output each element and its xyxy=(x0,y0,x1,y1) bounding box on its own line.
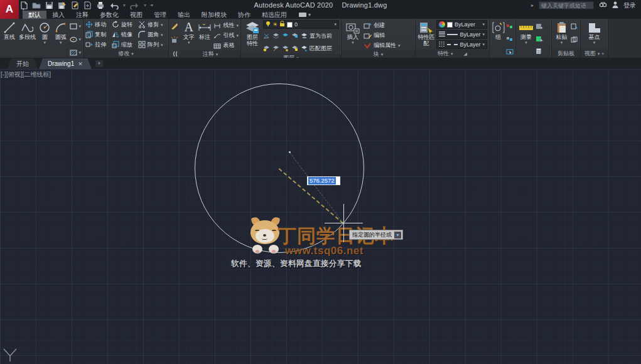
search-input[interactable] xyxy=(539,1,594,9)
trim-dropdown-icon: ▾ xyxy=(161,23,163,28)
scale-button[interactable]: 缩放 xyxy=(112,40,136,50)
properties-launcher-icon[interactable]: ◢ xyxy=(464,51,467,56)
calculator-icon[interactable] xyxy=(536,46,544,57)
dynamic-input-field[interactable]: 576.2572 xyxy=(307,176,340,185)
insert-dropdown-icon: ▾ xyxy=(352,41,354,45)
circle-dropdown-icon[interactable]: ▾ xyxy=(44,41,46,45)
arc-button[interactable]: 圆弧 ▾ xyxy=(53,20,68,45)
account-icon[interactable] xyxy=(612,1,618,9)
mirror-button[interactable]: 镜像 xyxy=(112,30,136,40)
stretch-button[interactable]: 拉伸 xyxy=(85,40,109,50)
file-tab-start[interactable]: 开始 xyxy=(8,58,38,69)
tab-parametric[interactable]: 参数化 xyxy=(94,11,124,19)
leader-button[interactable]: 引线▾ xyxy=(213,31,239,40)
options-keyhint-icon[interactable]: ▼ xyxy=(394,232,401,238)
dimension-button[interactable]: 标注 xyxy=(197,20,212,41)
search-expand-icon[interactable]: ▸ xyxy=(531,3,534,8)
group-select-icon[interactable] xyxy=(506,46,514,57)
tab-default[interactable]: 默认 xyxy=(23,11,46,19)
layer-dropdown-arrow-icon: ▾ xyxy=(334,22,337,27)
cut-icon[interactable] xyxy=(571,21,578,32)
layer-isolate-icon[interactable] xyxy=(272,30,279,41)
layer-lock-icon[interactable] xyxy=(291,30,298,41)
insert-block-button[interactable]: 插入 ▾ xyxy=(343,20,362,45)
paste-button[interactable]: 粘贴 ▾ xyxy=(554,20,569,45)
make-current-button[interactable]: 置为当前 xyxy=(301,31,332,41)
linear-button[interactable]: 线性▾ xyxy=(213,21,239,30)
panel-label-properties[interactable]: 特性▾◢ xyxy=(416,50,489,58)
file-tab-drawing1[interactable]: Drawing1✕ xyxy=(39,58,92,69)
layer-off-all-icon[interactable] xyxy=(282,43,289,54)
fillet-button[interactable]: 圆角▾ xyxy=(138,30,163,40)
trim-button[interactable]: 修剪▾ xyxy=(138,20,163,29)
object-color-swatch xyxy=(447,22,453,28)
circle-button[interactable]: 圆 ▾ xyxy=(38,20,51,45)
match-properties-button[interactable]: 特性匹配 xyxy=(417,20,435,47)
explode-icon[interactable] xyxy=(171,35,178,46)
tab-view[interactable]: 视图 xyxy=(124,11,148,19)
object-color-dropdown[interactable]: ByLayer ▾ xyxy=(436,20,487,29)
layer-properties-button[interactable]: 图层特性 xyxy=(243,20,262,47)
line-button[interactable]: 直线 xyxy=(2,20,17,41)
tab-annotate[interactable]: 注释 xyxy=(70,11,94,19)
layer-freeze-icon[interactable] xyxy=(282,30,289,41)
measure-button[interactable]: 测量 ▾ xyxy=(518,20,534,45)
quick-select-icon[interactable] xyxy=(536,21,544,32)
search-exchange-icon[interactable] xyxy=(599,1,607,9)
hatch-button[interactable]: ▾ xyxy=(70,47,81,58)
panel-label-clipboard[interactable]: 剪贴板 xyxy=(552,50,580,58)
tab-featured-apps[interactable]: 精选应用 xyxy=(256,11,293,19)
edit-attributes-button[interactable]: 编辑属性▾ xyxy=(364,41,401,50)
drawing-canvas[interactable]: [-][俯视][二维线框] 丁同学日记本 www.tsq06.net 软件、资源… xyxy=(0,69,641,364)
sign-in-button[interactable]: 登录 xyxy=(623,1,636,10)
group-button[interactable]: 组 xyxy=(492,20,505,41)
panel-group: 组 组▾ xyxy=(490,19,516,58)
autocad-logo[interactable]: A▾ xyxy=(0,0,19,19)
layer-off-icon[interactable] xyxy=(263,30,270,41)
viewport-controls[interactable]: [-][俯视][二维线框] xyxy=(1,70,51,79)
ribbon-overflow-icon[interactable]: » xyxy=(601,51,604,56)
erase-icon[interactable] xyxy=(171,21,178,32)
arc-dropdown-icon[interactable]: ▾ xyxy=(60,41,62,45)
panel-label-view[interactable]: 视图▾» xyxy=(581,50,608,58)
color-dropdown-arrow-icon: ▾ xyxy=(482,22,485,27)
close-tab-icon[interactable]: ✕ xyxy=(78,61,83,67)
move-button[interactable]: 移动 xyxy=(85,20,109,29)
tab-insert[interactable]: 插入 xyxy=(46,11,70,19)
linetype-dropdown[interactable]: ByLayer ▾ xyxy=(436,40,487,49)
text-button[interactable]: A 文字 ▾ xyxy=(182,20,195,45)
panel-label-modify[interactable]: 修改▾ xyxy=(83,50,168,58)
layer-walk-icon[interactable] xyxy=(272,43,279,54)
object-color-value: ByLayer xyxy=(455,21,475,28)
layer-lock2-icon[interactable] xyxy=(291,43,298,54)
panel-layers: 图层特性 ☀ 0 ▾ 置为当前 xyxy=(241,19,342,58)
ellipse-button[interactable]: ▾ xyxy=(70,34,81,45)
select-all-icon[interactable] xyxy=(536,33,544,45)
layer-unlock-icon xyxy=(279,21,285,28)
array-icon xyxy=(138,40,146,51)
group-edit-icon[interactable] xyxy=(506,33,514,45)
layer-select-dropdown[interactable]: ☀ 0 ▾ xyxy=(263,20,339,29)
rotate-button[interactable]: 旋转 xyxy=(112,20,136,29)
tab-output[interactable]: 输出 xyxy=(172,11,196,19)
rectangle-button[interactable]: ▾ xyxy=(70,21,81,32)
tab-addins[interactable]: 附加模块 xyxy=(196,11,232,19)
tab-manage[interactable]: 管理 xyxy=(148,11,172,19)
measure-icon xyxy=(519,20,534,35)
ribbon-display-toggle[interactable]: ▾ xyxy=(299,11,311,19)
panel-draw: 直线 多段线 圆 ▾ 圆弧 ▾ ▾ ▾ ▾ 绘图▾ xyxy=(0,19,83,58)
new-tab-button[interactable]: + xyxy=(95,60,103,67)
layer-undo-icon[interactable] xyxy=(263,43,270,54)
array-button[interactable]: 阵列▾ xyxy=(138,40,163,50)
match-layer-button[interactable]: 匹配图层 xyxy=(301,44,332,53)
copy-button[interactable]: 复制 xyxy=(85,30,109,40)
base-button[interactable]: 基点 ▾ xyxy=(584,20,605,45)
copy-clip-icon[interactable] xyxy=(571,34,578,45)
create-block-button[interactable]: 创建 xyxy=(364,21,401,30)
table-button[interactable]: 表格 xyxy=(213,41,239,50)
lineweight-dropdown[interactable]: ByLayer ▾ xyxy=(436,30,487,39)
tab-collaborate[interactable]: 协作 xyxy=(232,11,256,19)
ungroup-icon[interactable] xyxy=(506,21,514,32)
polyline-button[interactable]: 多段线 xyxy=(18,20,37,41)
edit-block-button[interactable]: 编辑 xyxy=(364,31,401,40)
